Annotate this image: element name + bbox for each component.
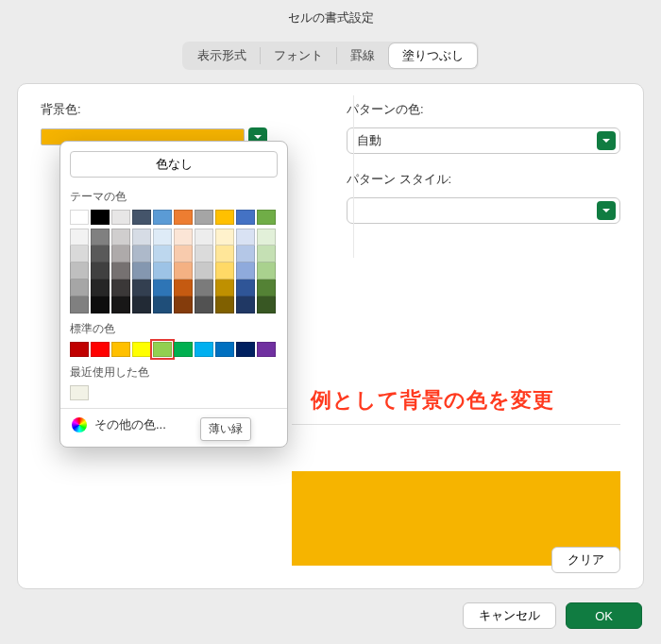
- pattern-color-label: パターンの色:: [347, 101, 620, 118]
- theme-shade-swatch[interactable]: [91, 246, 110, 263]
- theme-shade-swatch[interactable]: [91, 263, 110, 280]
- theme-shade-swatch[interactable]: [132, 297, 151, 314]
- pattern-color-select[interactable]: 自動: [347, 127, 620, 154]
- more-colors-button[interactable]: その他の色...: [60, 408, 287, 441]
- theme-shade-swatch[interactable]: [215, 263, 234, 280]
- dialog-title: セルの書式設定: [0, 0, 661, 32]
- theme-shade-swatch[interactable]: [153, 263, 172, 280]
- ok-button[interactable]: OK: [566, 602, 642, 629]
- tab-3[interactable]: 塗りつぶし: [389, 43, 477, 68]
- fill-panel: 背景色: パターンの色: 自動 パターン スタイル:: [17, 83, 644, 589]
- pattern-style-dropdown-button[interactable]: [597, 201, 616, 220]
- theme-shade-swatch[interactable]: [215, 246, 234, 263]
- theme-color-swatch[interactable]: [215, 210, 234, 225]
- theme-shade-swatch[interactable]: [236, 280, 255, 297]
- standard-colors-heading: 標準の色: [70, 321, 278, 337]
- cancel-button[interactable]: キャンセル: [463, 602, 556, 629]
- theme-shade-swatch[interactable]: [91, 297, 110, 314]
- standard-color-swatch[interactable]: [91, 342, 110, 357]
- theme-shade-swatch[interactable]: [195, 229, 213, 246]
- format-cells-dialog: セルの書式設定 表示形式フォント罫線塗りつぶし 背景色: パターンの色: 自動: [0, 0, 661, 644]
- theme-color-swatch[interactable]: [257, 210, 276, 225]
- background-color-label: 背景色:: [41, 101, 324, 118]
- theme-color-swatch[interactable]: [153, 210, 172, 225]
- pattern-style-select[interactable]: [347, 197, 620, 224]
- theme-shade-swatch[interactable]: [111, 229, 130, 246]
- pattern-color-dropdown-button[interactable]: [597, 131, 616, 150]
- theme-color-swatch[interactable]: [70, 210, 89, 225]
- theme-shade-swatch[interactable]: [174, 263, 193, 280]
- theme-shade-swatch[interactable]: [195, 246, 213, 263]
- standard-color-swatch[interactable]: [215, 342, 234, 357]
- chevron-down-icon: [602, 136, 611, 145]
- theme-shade-swatch[interactable]: [132, 263, 151, 280]
- theme-shade-swatch[interactable]: [195, 263, 213, 280]
- standard-color-swatch[interactable]: [132, 342, 151, 357]
- theme-shade-swatch[interactable]: [70, 297, 89, 314]
- theme-shade-swatch[interactable]: [111, 297, 130, 314]
- theme-shade-swatch[interactable]: [195, 297, 213, 314]
- theme-shade-swatch[interactable]: [215, 229, 234, 246]
- theme-shade-swatch[interactable]: [111, 280, 130, 297]
- theme-shade-swatch[interactable]: [70, 229, 89, 246]
- standard-color-swatch[interactable]: [70, 342, 89, 357]
- theme-shade-swatch[interactable]: [236, 297, 255, 314]
- theme-shade-swatch[interactable]: [111, 263, 130, 280]
- theme-shade-swatch[interactable]: [70, 280, 89, 297]
- theme-shade-swatch[interactable]: [215, 297, 234, 314]
- theme-shade-swatch[interactable]: [153, 246, 172, 263]
- more-colors-label: その他の色...: [94, 416, 166, 433]
- theme-shade-swatch[interactable]: [153, 280, 172, 297]
- theme-shade-swatch[interactable]: [132, 246, 151, 263]
- recent-color-swatch[interactable]: [70, 385, 89, 400]
- theme-color-swatch[interactable]: [174, 210, 193, 225]
- theme-shade-swatch[interactable]: [257, 297, 276, 314]
- color-wheel-icon: [72, 417, 87, 432]
- theme-shade-swatch[interactable]: [91, 280, 110, 297]
- theme-shade-swatch[interactable]: [132, 280, 151, 297]
- theme-shade-swatch[interactable]: [174, 246, 193, 263]
- theme-color-swatch[interactable]: [195, 210, 213, 225]
- tabbar: 表示形式フォント罫線塗りつぶし: [0, 32, 661, 83]
- theme-shade-swatch[interactable]: [70, 246, 89, 263]
- theme-shade-swatch[interactable]: [257, 246, 276, 263]
- theme-color-swatch[interactable]: [236, 210, 255, 225]
- pattern-style-label: パターン スタイル:: [347, 171, 620, 188]
- standard-color-swatch[interactable]: [174, 342, 193, 357]
- theme-shade-swatch[interactable]: [174, 280, 193, 297]
- theme-shade-swatch[interactable]: [70, 263, 89, 280]
- theme-shade-swatch[interactable]: [236, 263, 255, 280]
- no-color-button[interactable]: 色なし: [70, 151, 278, 178]
- sample-divider: [292, 424, 620, 425]
- standard-color-swatch[interactable]: [111, 342, 130, 357]
- tab-2[interactable]: 罫線: [337, 43, 388, 68]
- theme-shade-swatch[interactable]: [153, 297, 172, 314]
- theme-shade-swatch[interactable]: [111, 246, 130, 263]
- theme-shade-swatch[interactable]: [174, 229, 193, 246]
- dialog-footer: キャンセル OK: [0, 589, 661, 644]
- standard-color-swatch[interactable]: [153, 342, 172, 357]
- theme-shade-swatch[interactable]: [174, 297, 193, 314]
- theme-colors-heading: テーマの色: [70, 189, 278, 205]
- theme-shade-swatch[interactable]: [195, 280, 213, 297]
- theme-shade-swatch[interactable]: [257, 280, 276, 297]
- theme-shade-swatch[interactable]: [215, 280, 234, 297]
- theme-shade-swatch[interactable]: [132, 229, 151, 246]
- theme-color-swatch[interactable]: [91, 210, 110, 225]
- standard-color-swatch[interactable]: [195, 342, 213, 357]
- theme-shade-swatch[interactable]: [91, 229, 110, 246]
- color-tooltip: 薄い緑: [200, 417, 251, 441]
- theme-shade-swatch[interactable]: [236, 246, 255, 263]
- theme-shade-swatch[interactable]: [153, 229, 172, 246]
- theme-shade-swatch[interactable]: [236, 229, 255, 246]
- color-picker-popover: 色なし テーマの色 標準の色 最近使用した色 薄い緑 その他の色...: [59, 141, 288, 448]
- tab-0[interactable]: 表示形式: [184, 43, 260, 68]
- theme-shade-swatch[interactable]: [257, 229, 276, 246]
- standard-color-swatch[interactable]: [236, 342, 255, 357]
- theme-color-swatch[interactable]: [111, 210, 130, 225]
- standard-color-swatch[interactable]: [257, 342, 276, 357]
- theme-color-swatch[interactable]: [132, 210, 151, 225]
- tab-1[interactable]: フォント: [261, 43, 336, 68]
- clear-button[interactable]: クリア: [551, 547, 620, 573]
- theme-shade-swatch[interactable]: [257, 263, 276, 280]
